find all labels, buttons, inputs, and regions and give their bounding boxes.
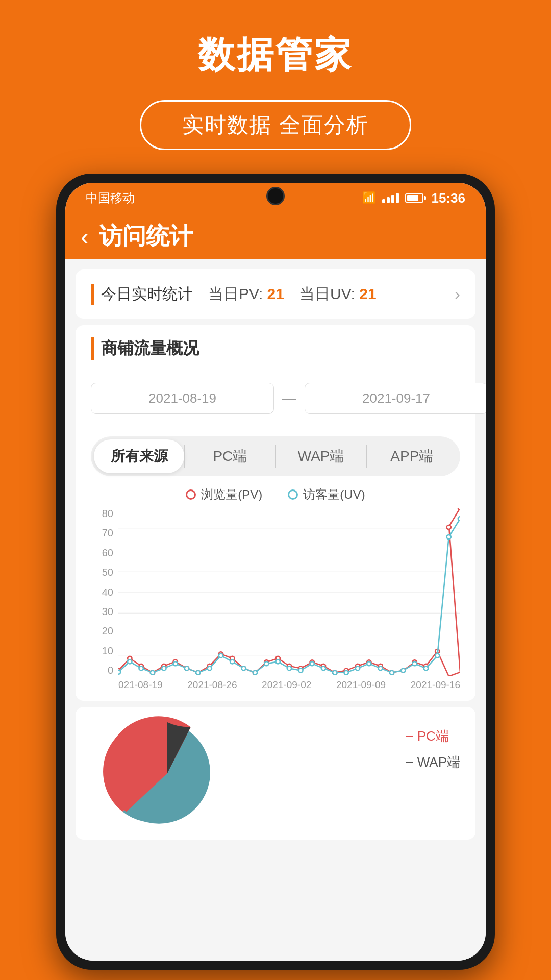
status-icons: 📶 15:36 xyxy=(362,190,466,206)
svg-point-63 xyxy=(379,666,383,670)
y-40: 40 xyxy=(91,586,113,598)
content-area: 今日实时统计 当日PV: 21 当日UV: 21 › 商铺流量概况 xyxy=(65,259,486,961)
carrier-label: 中国移动 xyxy=(86,190,135,206)
traffic-section-title: 商铺流量概况 xyxy=(91,337,460,360)
back-button[interactable]: ‹ xyxy=(81,223,89,251)
svg-point-61 xyxy=(356,666,360,670)
svg-point-65 xyxy=(401,669,405,673)
pc-label: PC端 xyxy=(417,727,449,745)
date-separator: — xyxy=(282,390,296,406)
pie-label-pc: PC端 xyxy=(406,727,460,745)
pv-dot xyxy=(186,489,196,500)
svg-point-58 xyxy=(321,666,325,670)
svg-point-64 xyxy=(390,671,394,675)
app-subtitle-box: 实时数据 全面分析 xyxy=(140,100,411,150)
battery-icon xyxy=(405,193,423,203)
y-70: 70 xyxy=(91,527,113,539)
wifi-icon: 📶 xyxy=(362,191,376,205)
y-0: 0 xyxy=(91,665,113,676)
app-subtitle: 实时数据 全面分析 xyxy=(182,113,369,137)
x-label-3: 2021-09-09 xyxy=(336,679,386,691)
svg-point-46 xyxy=(185,666,189,670)
svg-point-59 xyxy=(333,671,337,675)
svg-point-62 xyxy=(367,662,371,666)
nav-bar: ‹ 访问统计 xyxy=(65,213,486,259)
source-tabs: 所有来源 PC端 WAP端 APP端 xyxy=(91,436,460,476)
svg-point-66 xyxy=(413,662,417,666)
signal-icon xyxy=(382,193,399,203)
app-header: 数据管家 实时数据 全面分析 xyxy=(0,0,551,170)
traffic-card: 商铺流量概况 — 确定 所有来源 PC端 WAP端 xyxy=(76,325,475,701)
tab-all-sources[interactable]: 所有来源 xyxy=(94,439,184,473)
svg-point-51 xyxy=(242,666,246,670)
svg-point-67 xyxy=(424,666,428,670)
uv-legend-label: 访客量(UV) xyxy=(303,486,365,503)
pv-legend-label: 浏览量(PV) xyxy=(201,486,262,503)
y-50: 50 xyxy=(91,567,113,578)
svg-point-40 xyxy=(118,670,120,674)
pie-chart-svg xyxy=(91,712,244,835)
time-label: 15:36 xyxy=(432,190,466,206)
y-20: 20 xyxy=(91,625,113,637)
svg-point-57 xyxy=(310,662,314,666)
uv-line xyxy=(118,519,460,673)
uv-label: 当日UV: 21 xyxy=(299,284,377,305)
x-label-4: 2021-09-16 xyxy=(411,679,460,691)
y-80: 80 xyxy=(91,508,113,520)
svg-point-55 xyxy=(287,666,291,670)
y-30: 30 xyxy=(91,606,113,618)
svg-point-42 xyxy=(139,666,143,670)
date-end-input[interactable] xyxy=(305,383,486,414)
status-bar: 中国移动 📶 15:36 xyxy=(65,183,486,213)
svg-point-47 xyxy=(196,671,200,675)
tab-pc[interactable]: PC端 xyxy=(185,439,275,473)
date-start-input[interactable] xyxy=(91,383,274,414)
line-chart-svg xyxy=(118,508,460,676)
phone-screen: 中国移动 📶 15:36 xyxy=(65,183,486,961)
camera-notch xyxy=(266,187,285,205)
legend-uv: 访客量(UV) xyxy=(288,486,365,503)
svg-point-39 xyxy=(458,508,460,510)
tab-app[interactable]: APP端 xyxy=(367,439,457,473)
svg-point-43 xyxy=(151,671,155,675)
svg-point-69 xyxy=(447,535,451,539)
svg-point-38 xyxy=(447,525,451,529)
x-label-0: 021-08-19 xyxy=(118,679,163,691)
svg-point-60 xyxy=(344,671,348,675)
y-axis: 0 10 20 30 40 50 60 70 80 xyxy=(91,508,118,676)
x-label-1: 2021-08-26 xyxy=(187,679,237,691)
svg-point-52 xyxy=(253,671,257,675)
x-axis: 021-08-19 2021-08-26 2021-09-02 2021-09-… xyxy=(91,679,460,691)
svg-point-50 xyxy=(230,659,234,664)
wap-label: WAP端 xyxy=(417,753,460,771)
svg-point-45 xyxy=(173,662,178,666)
y-60: 60 xyxy=(91,547,113,559)
nav-title: 访问统计 xyxy=(99,220,193,252)
svg-point-41 xyxy=(128,659,132,664)
today-stats-card: 今日实时统计 当日PV: 21 当日UV: 21 › xyxy=(76,270,475,319)
svg-point-56 xyxy=(298,669,303,673)
svg-point-70 xyxy=(458,517,460,521)
pie-section: PC端 WAP端 xyxy=(76,707,475,840)
x-label-2: 2021-09-02 xyxy=(262,679,311,691)
pv-label: 当日PV: 21 xyxy=(208,284,284,305)
phone-mockup: 中国移动 📶 15:36 xyxy=(56,174,495,970)
svg-point-53 xyxy=(264,662,268,666)
legend-pv: 浏览量(PV) xyxy=(186,486,262,503)
svg-point-54 xyxy=(276,659,280,664)
y-10: 10 xyxy=(91,645,113,657)
app-title: 数据管家 xyxy=(0,31,551,80)
today-stats-label: 今日实时统计 xyxy=(91,284,193,305)
pie-labels: PC端 WAP端 xyxy=(406,727,460,771)
svg-point-68 xyxy=(435,653,439,657)
svg-point-49 xyxy=(219,653,223,657)
chart-wrapper: 0 10 20 30 40 50 60 70 80 xyxy=(91,508,460,691)
date-row: — 确定 xyxy=(91,370,460,426)
stats-arrow-icon[interactable]: › xyxy=(455,285,460,304)
tab-wap[interactable]: WAP端 xyxy=(276,439,366,473)
chart-inner: 0 10 20 30 40 50 60 70 80 xyxy=(91,508,460,676)
svg-point-44 xyxy=(162,666,166,670)
page-background: 数据管家 实时数据 全面分析 中国移动 📶 xyxy=(0,0,551,980)
chart-legend: 浏览量(PV) 访客量(UV) xyxy=(91,486,460,503)
svg-point-48 xyxy=(208,666,212,670)
